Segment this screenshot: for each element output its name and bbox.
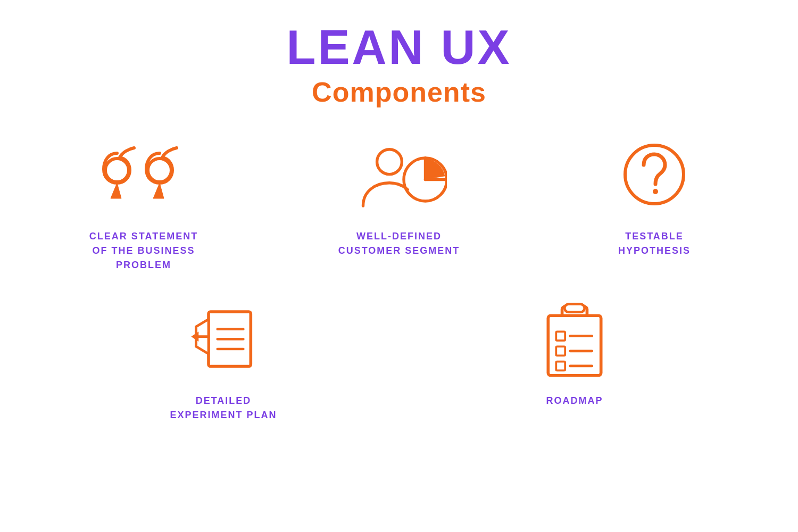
svg-point-1 bbox=[148, 159, 171, 182]
component-business-problem: CLEAR STATEMENT OF THE BUSINESS PROBLEM bbox=[32, 135, 255, 272]
customer-segment-label: WELL-DEFINED CUSTOMER SEGMENT bbox=[338, 229, 460, 258]
svg-rect-19 bbox=[556, 346, 565, 355]
page-title-sub: Components bbox=[286, 76, 511, 108]
components-row-1: CLEAR STATEMENT OF THE BUSINESS PROBLEM bbox=[0, 135, 798, 272]
components-grid: CLEAR STATEMENT OF THE BUSINESS PROBLEM bbox=[0, 135, 798, 438]
page-header: LEAN UX Components bbox=[286, 21, 511, 108]
experiment-plan-icon bbox=[186, 299, 261, 384]
experiment-plan-label: DETAILED EXPERIMENT PLAN bbox=[170, 394, 277, 422]
customer-segment-icon bbox=[351, 135, 447, 220]
component-customer-segment: WELL-DEFINED CUSTOMER SEGMENT bbox=[287, 135, 511, 272]
svg-rect-21 bbox=[556, 362, 565, 371]
component-hypothesis: TESTABLE HYPOTHESIS bbox=[543, 135, 766, 272]
business-problem-label: CLEAR STATEMENT OF THE BUSINESS PROBLEM bbox=[89, 229, 198, 272]
svg-point-0 bbox=[105, 159, 129, 182]
page-title-main: LEAN UX bbox=[286, 21, 511, 74]
quote-icon bbox=[101, 135, 186, 220]
components-row-2: DETAILED EXPERIMENT PLAN bbox=[0, 299, 798, 422]
svg-rect-16 bbox=[564, 304, 585, 312]
component-experiment-plan: DETAILED EXPERIMENT PLAN bbox=[112, 299, 335, 422]
roadmap-label: ROADMAP bbox=[546, 394, 603, 408]
roadmap-icon bbox=[540, 299, 609, 384]
hypothesis-label: TESTABLE HYPOTHESIS bbox=[618, 229, 691, 258]
svg-point-7 bbox=[653, 189, 658, 194]
component-roadmap: ROADMAP bbox=[463, 299, 686, 422]
hypothesis-icon bbox=[620, 135, 689, 220]
svg-rect-17 bbox=[556, 331, 565, 340]
svg-point-2 bbox=[377, 149, 402, 174]
